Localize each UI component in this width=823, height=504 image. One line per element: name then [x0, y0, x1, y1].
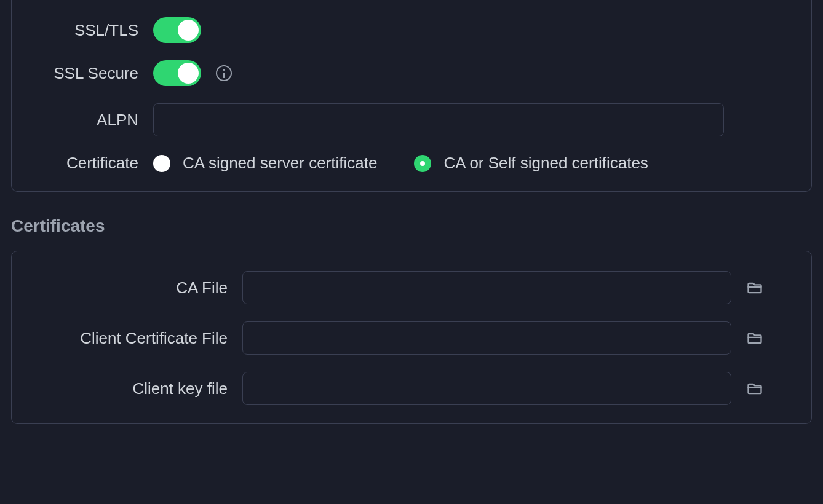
client-cert-input[interactable]: [242, 321, 731, 355]
client-cert-label: Client Certificate File: [30, 329, 242, 348]
radio-icon: [153, 155, 170, 172]
client-key-row: Client key file: [30, 372, 793, 405]
ssl-secure-label: SSL Secure: [30, 64, 153, 83]
radio-self-signed[interactable]: CA or Self signed certificates: [414, 154, 648, 173]
ca-file-input[interactable]: [242, 271, 731, 304]
ssl-secure-row: SSL Secure: [30, 60, 793, 86]
folder-open-icon[interactable]: [746, 380, 763, 397]
ca-file-row: CA File: [30, 271, 793, 304]
ssl-settings-panel: SSL/TLS SSL Secure ALPN Certificate: [11, 0, 812, 192]
certificates-panel: CA File Client Certificate File Clie: [11, 251, 812, 424]
radio-icon: [414, 155, 431, 172]
folder-open-icon[interactable]: [746, 279, 763, 296]
certificates-section-title: Certificates: [11, 216, 812, 236]
toggle-knob: [178, 20, 199, 41]
radio-self-signed-label: CA or Self signed certificates: [443, 154, 648, 173]
folder-open-icon[interactable]: [746, 329, 763, 347]
ssl-secure-toggle[interactable]: [153, 60, 201, 86]
client-key-input[interactable]: [242, 372, 731, 405]
certificate-label: Certificate: [30, 154, 153, 173]
radio-ca-signed[interactable]: CA signed server certificate: [153, 154, 377, 173]
ssl-tls-label: SSL/TLS: [30, 21, 153, 40]
ssl-tls-row: SSL/TLS: [30, 17, 793, 43]
certificate-radio-group: CA signed server certificate CA or Self …: [153, 154, 648, 173]
toggle-knob: [178, 63, 199, 84]
info-icon[interactable]: [216, 65, 232, 81]
alpn-label: ALPN: [30, 111, 153, 130]
ca-file-label: CA File: [30, 278, 242, 297]
radio-ca-signed-label: CA signed server certificate: [183, 154, 377, 173]
client-key-label: Client key file: [30, 379, 242, 398]
alpn-row: ALPN: [30, 103, 793, 136]
alpn-input[interactable]: [153, 103, 724, 136]
certificate-row: Certificate CA signed server certificate…: [30, 154, 793, 173]
ssl-tls-toggle[interactable]: [153, 17, 201, 43]
client-cert-row: Client Certificate File: [30, 321, 793, 355]
